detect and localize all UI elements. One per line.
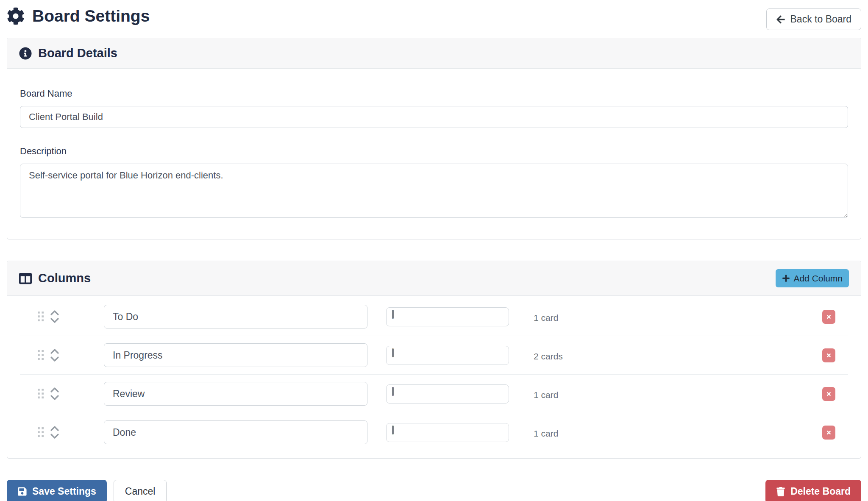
description-group: Description Self-service portal for Blue… xyxy=(20,146,848,220)
delete-column-button[interactable] xyxy=(822,310,835,324)
cancel-button[interactable]: Cancel xyxy=(114,480,167,501)
back-to-board-button[interactable]: Back to Board xyxy=(766,8,861,30)
x-icon xyxy=(826,391,832,397)
column-row: 1 card xyxy=(20,413,848,451)
column-color-swatch xyxy=(392,387,394,396)
column-name-input[interactable] xyxy=(104,305,367,328)
delete-column-button[interactable] xyxy=(822,426,835,440)
arrow-left-icon xyxy=(776,15,785,24)
delete-column-button[interactable] xyxy=(822,387,835,401)
page-header: Board Settings Back to Board xyxy=(7,5,861,30)
footer-actions: Save Settings Cancel Delete Board xyxy=(7,480,861,501)
board-details-card: Board Details Board Name Description Sel… xyxy=(7,38,861,239)
page-title: Board Settings xyxy=(7,5,150,25)
back-to-board-label: Back to Board xyxy=(790,14,851,24)
columns-icon xyxy=(19,272,32,285)
row-handles xyxy=(20,426,92,439)
x-icon xyxy=(826,353,832,358)
trash-icon xyxy=(776,487,785,496)
column-name-input[interactable] xyxy=(104,420,367,444)
column-rows: 1 card 2 cards xyxy=(7,296,861,458)
board-name-group: Board Name xyxy=(20,88,848,128)
description-label: Description xyxy=(20,146,848,157)
card-count-label: 2 cards xyxy=(534,349,563,362)
drag-handle-icon[interactable] xyxy=(38,427,44,437)
description-textarea[interactable]: Self-service portal for Blue Horizon end… xyxy=(20,164,848,218)
column-row: 1 card xyxy=(20,375,848,413)
cancel-label: Cancel xyxy=(125,487,156,496)
drag-handle-icon[interactable] xyxy=(38,389,44,399)
column-name-input[interactable] xyxy=(104,382,367,406)
column-color-swatch xyxy=(392,310,394,319)
columns-card: Columns Add Column 1 card xyxy=(7,261,861,459)
column-color-picker[interactable] xyxy=(386,346,509,365)
add-column-button[interactable]: Add Column xyxy=(776,269,849,287)
save-settings-label: Save Settings xyxy=(32,487,96,496)
column-color-picker[interactable] xyxy=(386,423,509,442)
columns-title-text: Columns xyxy=(38,271,91,285)
board-details-title-text: Board Details xyxy=(38,46,117,60)
board-settings-page: Board Settings Back to Board Board Detai… xyxy=(0,0,868,501)
plus-icon xyxy=(782,274,790,282)
card-count-label: 1 card xyxy=(534,387,558,400)
delete-column-button[interactable] xyxy=(822,348,835,362)
reorder-arrows-icon[interactable] xyxy=(50,310,60,323)
page-title-text: Board Settings xyxy=(32,7,150,25)
column-row: 2 cards xyxy=(20,336,848,375)
board-details-body: Board Name Description Self-service port… xyxy=(7,69,861,239)
gear-icon xyxy=(7,7,25,25)
save-icon xyxy=(17,487,27,496)
info-circle-icon xyxy=(19,47,32,60)
delete-board-label: Delete Board xyxy=(790,487,851,496)
columns-header: Columns Add Column xyxy=(7,261,861,296)
x-icon xyxy=(826,314,832,320)
reorder-arrows-icon[interactable] xyxy=(50,348,60,362)
column-name-input[interactable] xyxy=(104,343,367,367)
save-settings-button[interactable]: Save Settings xyxy=(7,480,107,501)
drag-handle-icon[interactable] xyxy=(38,312,44,322)
columns-title: Columns xyxy=(19,271,91,285)
card-count-label: 1 card xyxy=(534,426,558,439)
board-details-header: Board Details xyxy=(7,38,861,69)
board-name-input[interactable] xyxy=(20,106,848,128)
add-column-label: Add Column xyxy=(793,274,843,283)
reorder-arrows-icon[interactable] xyxy=(50,426,60,439)
column-color-swatch xyxy=(392,426,394,434)
row-handles xyxy=(20,387,92,401)
column-row: 1 card xyxy=(20,298,848,336)
row-handles xyxy=(20,310,92,323)
board-name-label: Board Name xyxy=(20,88,848,99)
column-color-swatch xyxy=(392,348,394,357)
x-icon xyxy=(826,430,832,435)
delete-board-button[interactable]: Delete Board xyxy=(765,480,861,501)
column-color-picker[interactable] xyxy=(386,307,509,326)
board-details-title: Board Details xyxy=(19,46,117,60)
drag-handle-icon[interactable] xyxy=(38,350,44,360)
column-color-picker[interactable] xyxy=(386,384,509,404)
card-count-label: 1 card xyxy=(534,310,558,323)
reorder-arrows-icon[interactable] xyxy=(50,387,60,401)
row-handles xyxy=(20,348,92,362)
